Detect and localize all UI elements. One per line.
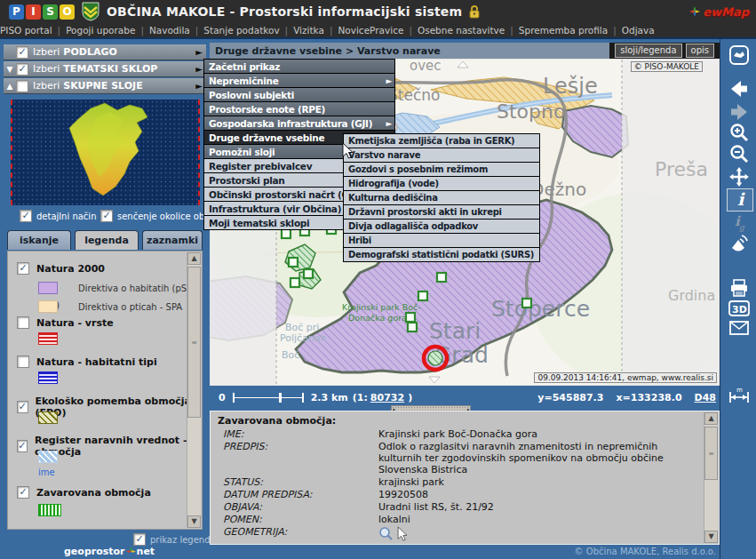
nav-pogoji-uporabe[interactable]: Pogoji uporabe — [52, 25, 136, 36]
legend-scrollbar[interactable]: ▲ ≡ ▼ — [187, 252, 201, 528]
accordion-podlago[interactable]: ✓ Izberi PODLAGO ► — [4, 44, 206, 60]
gps-tool[interactable] — [727, 233, 752, 254]
podlago-checkbox[interactable]: ✓ — [16, 46, 28, 59]
scroll-up-icon[interactable]: ▲ — [187, 252, 201, 265]
info-section-title: Zavarovana območja: — [218, 415, 719, 427]
mail-tool[interactable] — [727, 317, 752, 339]
nav-piso-portal[interactable]: PISO portal — [0, 25, 52, 36]
legend-group-label: Natura 2000 — [36, 263, 105, 275]
chevron-down-icon[interactable]: ▼ — [4, 65, 16, 74]
menu-item-zacetni-prikaz[interactable]: Začetni prikaz — [203, 59, 395, 74]
scroll-down-icon[interactable]: ▼ — [187, 515, 201, 528]
map-status-bar: 0 2.3 km (1: 80732 ) y=545887.3 x=133238… — [210, 387, 720, 407]
habitatni-tipi-checkbox[interactable] — [17, 355, 29, 368]
nav-stanje-podatkov[interactable]: Stanje podatkov — [190, 25, 280, 36]
detail-mode-checkbox[interactable]: ✓ — [20, 210, 32, 222]
detail-mode-option: ✓ detajlni način — [20, 210, 96, 222]
menu-item-gji[interactable]: Gospodarska infrastruktura (GJI)► — [203, 116, 395, 131]
svg-text:g: g — [739, 223, 745, 232]
datum-link[interactable]: D48 — [695, 392, 716, 403]
menu-item-prostorske-enote[interactable]: Prostorske enote (RPE) — [203, 102, 395, 116]
opis-button[interactable]: opis — [686, 44, 714, 58]
submenu-item-hribi[interactable]: Hribi — [343, 234, 540, 248]
nav-odjava[interactable]: Odjava — [608, 25, 654, 36]
prikaz-legende-label: prikaz legende — [150, 535, 216, 545]
submenu-item-divja-odlagalisca[interactable]: Divja odlagališča odpadkov — [343, 220, 540, 234]
geoprostor-star-icon — [126, 547, 136, 556]
zavarovana-checkbox[interactable]: ✓ — [17, 486, 29, 499]
info-scrollbar[interactable]: ▲ ≡ ▼ — [704, 412, 718, 543]
info-row-status: STATUS:krajinski park — [223, 476, 719, 488]
zoom-in-tool[interactable] — [727, 123, 752, 144]
svg-text:i: i — [737, 190, 745, 209]
info-tool[interactable]: i — [727, 188, 753, 212]
zoom-to-geometry-icon[interactable] — [378, 526, 394, 541]
accordion-prefix: Izberi — [33, 80, 60, 92]
natura2000-checkbox[interactable]: ✓ — [17, 262, 29, 275]
chevron-up-icon[interactable]: ▲ — [4, 82, 16, 91]
submenu-item-kmetijska-zemljisca[interactable]: Kmetijska zemljišča (raba in GERK) — [343, 133, 540, 148]
municipality-terrain — [12, 100, 198, 202]
measure-tool[interactable]: m — [727, 384, 752, 405]
accordion-name: TEMATSKI SKLOP — [63, 63, 157, 75]
submenu-item-gozdovi[interactable]: Gozdovi s posebnim režimom — [343, 163, 540, 177]
nav-navodila[interactable]: Navodila — [135, 25, 189, 36]
info-g-tool[interactable]: ig — [727, 212, 752, 233]
info-scroll-thumb[interactable]: ≡ — [704, 427, 718, 480]
naravne-vrednote-checkbox[interactable]: ✓ — [17, 440, 28, 452]
natura-vrste-checkbox[interactable] — [17, 316, 29, 329]
epo-checkbox[interactable]: ✓ — [17, 401, 28, 413]
submenu-item-hidrografija[interactable]: Hidrografija (vode) — [343, 177, 540, 191]
nav-novice[interactable]: Novice — [324, 25, 370, 36]
tematski-checkbox[interactable]: ✓ — [16, 63, 28, 76]
zoom-out-tool[interactable] — [727, 144, 752, 165]
tab-iskanje[interactable]: iskanje — [7, 230, 71, 250]
nav-vizitka[interactable]: Vizitka — [280, 25, 324, 36]
info-row-datum-predpisa: DATUM PREDPISA:19920508 — [223, 489, 719, 500]
piso-logo-i: I — [26, 4, 41, 20]
nav-sprememba-profila[interactable]: Sprememba profila — [505, 25, 608, 36]
submenu-item-kulturna-dediscina[interactable]: Kulturna dediščina — [343, 191, 540, 205]
tab-legenda[interactable]: legenda — [75, 230, 139, 250]
app-footer-copyright: © Občina MAKOLE, Realis d.o.o. — [575, 547, 716, 556]
accordion-skupni-sloji[interactable]: ▲ Izberi SKUPNE SLOJE ► — [4, 78, 206, 94]
menu-item-nepremicnine[interactable]: Nepremičnine► — [203, 74, 395, 88]
submenu-item-demografski-podatki[interactable]: Demografski statistični podatki (SURS) — [343, 248, 540, 262]
breadcrumb: Druge državne vsebine > Varstvo narave — [215, 45, 441, 57]
forward-arrow-tool[interactable] — [727, 101, 752, 123]
tab-zaznamki[interactable]: zaznamki — [142, 230, 203, 250]
skupni-checkbox[interactable] — [16, 80, 28, 92]
menu-item-poslovni-subjekti[interactable]: Poslovni subjekti — [203, 88, 395, 102]
back-arrow-tool[interactable] — [727, 78, 752, 100]
nav-pravice[interactable]: Pravice — [370, 25, 403, 36]
pan-tool[interactable] — [727, 166, 752, 188]
accordion-name: SKUPNE SLOJE — [63, 80, 142, 92]
app-window: P I S O OBČINA MAKOLE - Prostorski infor… — [0, 0, 756, 559]
scale-ratio-close: ) — [408, 392, 412, 403]
scale-zero: 0 — [219, 392, 226, 403]
overview-map-tool[interactable] — [727, 44, 752, 66]
prikaz-legende-checkbox[interactable]: ✓ — [133, 533, 146, 546]
legend-visibility-option: ✓ prikaz legende — [133, 533, 216, 546]
legend-swatch — [38, 282, 58, 294]
legend-panel: ✓ Natura 2000 Direktiva o habitatih (pSC… — [7, 251, 203, 530]
page-title: OBČINA MAKOLE - Prostorski informacijski… — [107, 4, 462, 19]
legend-group-label: Register naravnih vrednot - območja — [35, 435, 202, 458]
sloji-legenda-button[interactable]: sloji/legenda — [615, 44, 681, 58]
scroll-up-icon[interactable]: ▲ — [704, 412, 718, 425]
legend-swatch — [38, 504, 61, 516]
legend-scroll-thumb[interactable]: ≡ — [187, 267, 201, 418]
legend-group-natura-vrste: Natura - vrste — [17, 316, 114, 329]
accordion-tematski-sklop[interactable]: ▼ ✓ Izberi TEMATSKI SKLOP ► — [4, 61, 206, 77]
coordinate-x: x=133238.0 — [616, 392, 681, 403]
3d-view-tool[interactable]: 3D — [727, 298, 752, 319]
nav-osebne-nastavitve[interactable]: Osebne nastavitve — [403, 25, 505, 36]
print-tool[interactable] — [727, 277, 752, 299]
shading-checkbox[interactable]: ✓ — [100, 210, 113, 222]
scale-slider[interactable] — [233, 397, 304, 398]
submenu-item-varstvo-narave[interactable]: Varstvo narave — [343, 148, 540, 163]
scroll-down-icon[interactable]: ▼ — [704, 531, 718, 543]
scale-ratio-value[interactable]: 80732 — [370, 392, 404, 403]
submenu-item-drzavni-akti[interactable]: Državni prostorski akti in ukrepi — [343, 205, 540, 220]
overview-minimap[interactable] — [11, 100, 200, 205]
